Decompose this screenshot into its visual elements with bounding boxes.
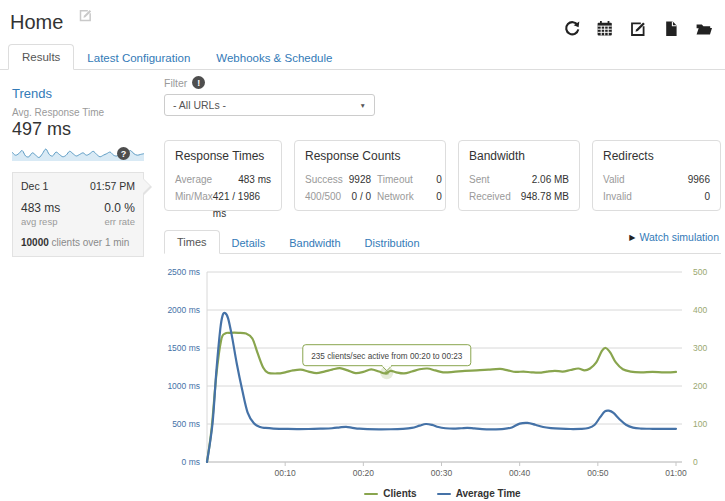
trend-selected-result[interactable]: Dec 1 01:57 PM 483 ms 0.0 % avg resp err…	[12, 172, 144, 257]
trend-values-row: 483 ms 0.0 %	[21, 201, 135, 215]
trend-time: 01:57 PM	[90, 180, 135, 192]
svg-text:200: 200	[693, 381, 707, 391]
svg-text:2000 ms: 2000 ms	[167, 305, 200, 315]
trend-clients-text: clients over 1 min	[49, 237, 130, 248]
filter-text: Filter	[164, 77, 187, 89]
svg-text:235 clients/sec active from 00: 235 clients/sec active from 00:20 to 00:…	[311, 352, 463, 361]
folder-icon[interactable]	[695, 20, 713, 38]
times-chart[interactable]: 2500 ms5002000 ms4001500 ms3001000 ms200…	[164, 263, 721, 485]
help-icon[interactable]: ?	[117, 147, 130, 160]
chart-legend: Clients Average Time	[164, 488, 721, 499]
chart-area: 2500 ms5002000 ms4001500 ms3001000 ms200…	[164, 263, 721, 499]
refresh-icon[interactable]	[563, 20, 581, 38]
tab-webhooks-schedule[interactable]: Webhooks & Schedule	[203, 46, 345, 70]
calendar-icon[interactable]	[596, 20, 614, 38]
card-title: Bandwidth	[469, 149, 569, 163]
results-main: Filter ! - All URLs - ▼ Response Times A…	[164, 76, 721, 499]
stat-label: Min/Max	[175, 188, 213, 222]
trend-date: Dec 1	[21, 180, 48, 192]
clients-series-swatch	[364, 493, 378, 495]
stat-value: 0	[420, 171, 442, 188]
svg-text:0 ms: 0 ms	[182, 457, 200, 467]
stat-value: 421 / 1986 ms	[213, 188, 271, 222]
trend-summary: 10000 clients over 1 min	[21, 237, 135, 248]
trend-err-label: err rate	[104, 216, 135, 227]
stat-value: 9966	[688, 171, 710, 188]
svg-text:100: 100	[693, 419, 707, 429]
legend-item-average-time[interactable]: Average Time	[437, 488, 521, 499]
watch-simulation-link[interactable]: ▶ Watch simulation	[629, 231, 719, 243]
rename-test-icon[interactable]	[78, 8, 93, 27]
svg-text:1500 ms: 1500 ms	[167, 343, 200, 353]
svg-text:00:10: 00:10	[275, 468, 297, 478]
chart-tab-details[interactable]: Details	[220, 232, 278, 254]
avg-response-time-value: 497 ms	[12, 119, 149, 140]
stat-value: 0	[704, 188, 710, 205]
stat-label: Timeout	[377, 171, 414, 188]
card-response-counts: Response Counts Success9928 Timeout0 400…	[294, 140, 446, 211]
edit-config-icon[interactable]	[629, 20, 647, 38]
trend-date-row: Dec 1 01:57 PM	[21, 180, 135, 192]
card-redirects: Redirects Valid9966 Invalid0	[592, 140, 721, 211]
stat-label: Network	[377, 188, 414, 205]
stat-label: Success	[305, 171, 343, 188]
stat-value: 0	[420, 188, 442, 205]
svg-text:300: 300	[693, 343, 707, 353]
stat-value: 948.78 MB	[521, 188, 569, 205]
stat-label: Received	[469, 188, 511, 205]
trend-avg-value: 483 ms	[21, 201, 60, 215]
chart-tab-bandwidth[interactable]: Bandwidth	[277, 232, 352, 254]
pencil-square-icon	[78, 8, 93, 23]
svg-text:400: 400	[693, 305, 707, 315]
stat-label: Invalid	[603, 188, 632, 205]
card-response-times: Response Times Average483 ms Min/Max421 …	[164, 140, 282, 211]
play-icon: ▶	[629, 233, 635, 242]
stat-label: 400/500	[305, 188, 343, 205]
stat-value: 0 / 0	[349, 188, 371, 205]
card-title: Redirects	[603, 149, 710, 163]
main-tabbar: Results Latest Configuration Webhooks & …	[0, 44, 725, 70]
stat-value: 2.06 MB	[532, 171, 569, 188]
card-title: Response Times	[175, 149, 271, 163]
svg-text:00:40: 00:40	[509, 468, 531, 478]
trend-sparkline[interactable]: ?	[12, 144, 144, 162]
card-title: Response Counts	[305, 149, 435, 163]
page-title: Home	[10, 11, 63, 34]
avg-response-time-label: Avg. Response Time	[12, 107, 149, 118]
chevron-down-icon: ▼	[360, 102, 366, 109]
average-time-series-swatch	[437, 493, 451, 495]
stat-label: Valid	[603, 171, 625, 188]
tab-latest-configuration[interactable]: Latest Configuration	[74, 46, 203, 70]
url-filter-select[interactable]: - All URLs - ▼	[164, 94, 375, 116]
info-icon[interactable]: !	[192, 76, 205, 89]
trend-sublabels-row: avg resp err rate	[21, 216, 135, 227]
svg-text:0: 0	[693, 457, 698, 467]
stat-label: Sent	[469, 171, 490, 188]
svg-text:2500 ms: 2500 ms	[167, 267, 200, 277]
trend-clients-count: 10000	[21, 237, 49, 248]
page-header: Home	[0, 0, 725, 44]
legend-item-clients[interactable]: Clients	[364, 488, 416, 499]
chart-tabbar: Times Details Bandwidth Distribution ▶ W…	[164, 229, 721, 254]
svg-text:00:20: 00:20	[353, 468, 375, 478]
stat-label: Average	[175, 171, 212, 188]
legend-label: Average Time	[456, 488, 521, 499]
svg-text:00:50: 00:50	[587, 468, 609, 478]
tab-results[interactable]: Results	[8, 44, 74, 70]
svg-text:500: 500	[693, 267, 707, 277]
legend-label: Clients	[383, 488, 416, 499]
trends-heading[interactable]: Trends	[12, 86, 149, 101]
svg-text:00:30: 00:30	[431, 468, 453, 478]
content: Trends Avg. Response Time 497 ms ? Dec 1…	[0, 70, 725, 499]
stat-value: 483 ms	[238, 171, 271, 188]
chart-tab-distribution[interactable]: Distribution	[353, 232, 432, 254]
report-file-icon[interactable]	[662, 20, 680, 38]
url-filter-value: - All URLs -	[173, 99, 226, 111]
page: Home	[0, 0, 725, 501]
chart-tab-times[interactable]: Times	[164, 230, 220, 254]
header-toolbar	[563, 20, 713, 38]
trend-avg-label: avg resp	[21, 216, 57, 227]
svg-text:01:00: 01:00	[665, 468, 687, 478]
svg-text:500 ms: 500 ms	[172, 419, 200, 429]
svg-text:1000 ms: 1000 ms	[167, 381, 200, 391]
